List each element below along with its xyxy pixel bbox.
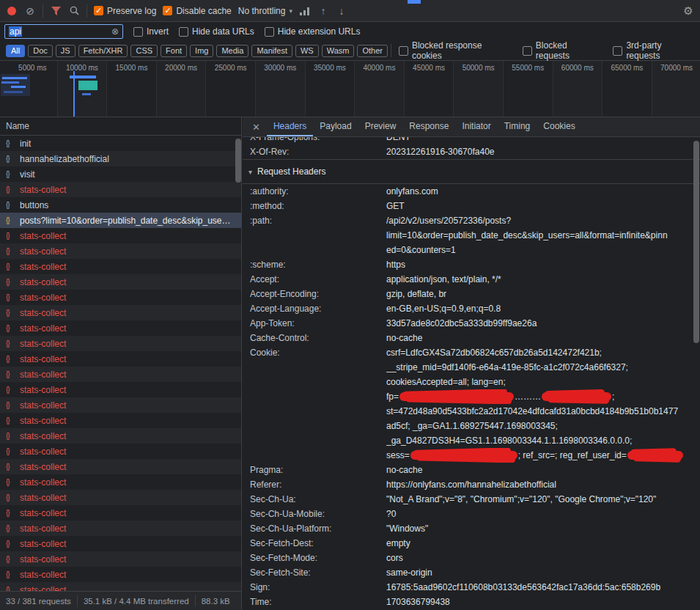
request-row[interactable]: {} stats-collect — [0, 320, 241, 336]
request-details-panel: ✕ Headers Payload Preview Response Initi… — [243, 117, 700, 610]
filter-icon[interactable] — [50, 4, 62, 18]
network-filter-input[interactable]: api ⊗ — [4, 24, 123, 39]
request-row[interactable]: {} stats-collect — [0, 428, 241, 444]
script-braces-icon: {} — [6, 555, 15, 563]
request-headers-section-header[interactable]: ▾ Request Headers — [243, 159, 700, 184]
request-row[interactable]: {} stats-collect — [0, 367, 241, 382]
type-filter-toggle[interactable]: Blocked requests — [523, 40, 600, 61]
type-filter-pill[interactable]: Img — [190, 45, 213, 57]
request-row[interactable]: {} stats-collect — [0, 305, 241, 320]
details-tab[interactable]: Response — [402, 117, 455, 136]
close-icon[interactable]: ✕ — [246, 117, 267, 136]
details-tab[interactable]: Initiator — [455, 117, 497, 136]
header-value: no-cache — [386, 331, 700, 345]
request-row[interactable]: {} buttons — [0, 197, 241, 213]
type-filter-pill[interactable]: JS — [56, 45, 75, 57]
network-conditions-icon[interactable] — [299, 4, 311, 18]
clear-input-icon[interactable]: ⊗ — [111, 26, 119, 37]
request-row[interactable]: {} stats-collect — [0, 351, 241, 367]
settings-gear-icon[interactable]: ⚙ — [682, 4, 694, 18]
type-filter-pill[interactable]: CSS — [130, 45, 158, 57]
type-filter-pill[interactable]: WS — [295, 45, 319, 57]
details-tab[interactable]: Preview — [358, 117, 403, 136]
hide-data-urls-toggle[interactable]: Hide data URLs — [179, 26, 254, 37]
request-row[interactable]: {} stats-collect — [0, 413, 241, 428]
script-braces-icon: {} — [6, 247, 15, 255]
type-filter-pill[interactable]: All — [6, 45, 25, 57]
request-row[interactable]: {} stats-collect — [0, 536, 241, 551]
request-name: stats-collect — [20, 400, 241, 411]
request-row[interactable]: {} stats-collect — [0, 228, 241, 243]
type-filter-pill[interactable]: Manifest — [251, 45, 292, 57]
details-tab[interactable]: Headers — [267, 117, 313, 136]
timeline-overview[interactable]: 5000 ms 10000 ms 15000 ms 20000 ms 25000… — [0, 61, 700, 117]
disable-cache-toggle[interactable]: Disable cache — [163, 6, 231, 16]
type-filter-pill[interactable]: Wasm — [322, 45, 355, 57]
request-row[interactable]: {} stats-collect — [0, 444, 241, 459]
header-row: Pragma: no-cache — [243, 463, 700, 477]
import-har-button[interactable]: ↓ — [336, 4, 347, 18]
request-row[interactable]: {} stats-collect — [0, 474, 241, 490]
request-row[interactable]: {} stats-collect — [0, 551, 241, 567]
script-braces-icon: {} — [6, 155, 15, 163]
request-list-scrollbar[interactable] — [235, 139, 241, 183]
header-name: :path: — [250, 213, 386, 257]
script-braces-icon: {} — [6, 170, 15, 178]
checkbox-unchecked-icon — [613, 46, 622, 56]
request-row[interactable]: {} hannahelizabethofficial — [0, 151, 241, 166]
header-value: DENY — [386, 137, 700, 144]
export-har-button[interactable]: ↑ — [317, 4, 329, 18]
request-row[interactable]: {} stats-collect — [0, 382, 241, 397]
invert-label: Invert — [147, 26, 169, 37]
script-braces-icon: {} — [6, 278, 15, 286]
hide-extension-urls-toggle[interactable]: Hide extension URLs — [265, 26, 361, 37]
signal-icon — [299, 7, 310, 15]
details-tab[interactable]: Cookies — [537, 117, 581, 136]
type-filter-toggle[interactable]: 3rd-party requests — [613, 40, 694, 61]
type-checkbox-list: Blocked response cookies Blocked request… — [394, 40, 694, 61]
name-column-header[interactable]: Name — [0, 117, 241, 136]
decoration-blue-strip — [408, 0, 421, 4]
preserve-log-toggle[interactable]: Preserve log — [94, 6, 156, 16]
request-row[interactable]: {} init — [0, 136, 241, 151]
request-row[interactable]: {} posts?limit=10&order=publish_date_des… — [0, 213, 241, 228]
type-filter-pill[interactable]: Other — [357, 45, 388, 57]
type-filter-pill[interactable]: Fetch/XHR — [78, 45, 128, 57]
request-row[interactable]: {} stats-collect — [0, 274, 241, 290]
record-button[interactable] — [6, 4, 18, 18]
request-row[interactable]: {} stats-collect — [0, 397, 241, 413]
request-row[interactable]: {} stats-collect — [0, 182, 241, 197]
request-row[interactable]: {} stats-collect — [0, 459, 241, 474]
header-name: App-Token: — [250, 316, 386, 331]
request-row[interactable]: {} stats-collect — [0, 259, 241, 274]
type-filter-pill[interactable]: Media — [216, 45, 248, 57]
type-filter-toggle[interactable]: Blocked response cookies — [399, 40, 509, 61]
waterfall-block — [78, 81, 97, 90]
details-tab[interactable]: Payload — [313, 117, 358, 136]
request-row[interactable]: {} stats-collect — [0, 521, 241, 536]
request-row[interactable]: {} stats-collect — [0, 243, 241, 259]
script-braces-icon: {} — [6, 416, 15, 425]
type-filter-pill[interactable]: Font — [161, 45, 187, 57]
invert-toggle[interactable]: Invert — [133, 26, 169, 37]
request-row[interactable]: {} stats-collect — [0, 582, 241, 591]
request-name: stats-collect — [20, 523, 241, 534]
details-scrollbar[interactable] — [693, 141, 699, 343]
request-name: stats-collect — [20, 308, 241, 318]
request-row[interactable]: {} stats-collect — [0, 290, 241, 305]
request-row[interactable]: {} stats-collect — [0, 336, 241, 351]
request-row[interactable]: {} stats-collect — [0, 505, 241, 521]
type-filter-pill[interactable]: Doc — [28, 45, 53, 57]
clear-button[interactable]: ⊘ — [24, 4, 36, 18]
search-icon[interactable] — [68, 4, 80, 18]
request-row[interactable]: {} stats-collect — [0, 567, 241, 582]
request-row[interactable]: {} stats-collect — [0, 490, 241, 505]
details-tab[interactable]: Timing — [498, 117, 537, 136]
throttling-dropdown[interactable]: No throttling ▾ — [238, 6, 292, 16]
response-headers-tail: X-Frame-Options: DENY X-Of-Rev: 20231226… — [243, 137, 700, 159]
request-row[interactable]: {} visit — [0, 166, 241, 182]
header-value: cors — [386, 551, 700, 565]
header-row: Sec-Ch-Ua: "Not_A Brand";v="8", "Chromiu… — [243, 492, 700, 507]
header-name: :authority: — [250, 184, 386, 199]
request-name: hannahelizabethofficial — [20, 154, 241, 164]
